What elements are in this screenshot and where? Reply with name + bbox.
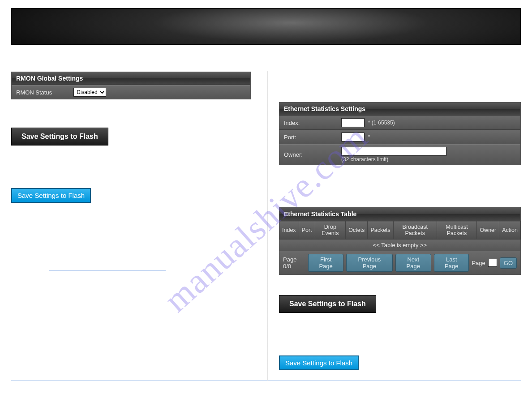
owner-hint: (32 characters limit) xyxy=(341,156,388,163)
rmon-global-title: RMON Global Settings xyxy=(12,72,250,85)
port-hint: * xyxy=(368,134,370,140)
col-port: Port xyxy=(299,221,315,240)
owner-input[interactable] xyxy=(341,147,446,156)
index-input[interactable] xyxy=(341,118,365,127)
page-input[interactable] xyxy=(488,259,497,267)
last-page-button[interactable]: Last Page xyxy=(434,254,469,272)
first-page-button[interactable]: First Page xyxy=(308,254,343,272)
header-banner xyxy=(11,8,521,45)
table-empty-message: << Table is empty >> xyxy=(279,240,521,251)
col-octets: Octets xyxy=(346,221,368,240)
eth-stats-settings-title: Ethernet Statistics Settings xyxy=(279,103,520,116)
prev-page-button[interactable]: Previous Page xyxy=(346,254,392,272)
left-column: RMON Global Settings RMON Status Disable… xyxy=(11,45,266,370)
col-action: Action xyxy=(499,221,521,240)
page-indicator: Page 0/0 xyxy=(283,256,305,270)
rmon-status-select[interactable]: Disabled xyxy=(73,88,106,97)
owner-label: Owner: xyxy=(279,148,338,161)
page-label: Page xyxy=(472,260,485,266)
port-label: Port: xyxy=(279,131,338,144)
eth-stats-table-title: Ethernet Statistics Table xyxy=(279,207,521,221)
save-flash-dark-button-left[interactable]: Save Settings to Flash xyxy=(11,128,108,146)
pager: Page 0/0 First Page Previous Page Next P… xyxy=(279,251,521,275)
col-drop: Drop Events xyxy=(315,221,346,240)
section-rule xyxy=(49,270,166,270)
index-hint: * (1-65535) xyxy=(368,120,395,126)
col-index: Index xyxy=(279,221,299,240)
save-flash-blue-button-right[interactable]: Save Settings to Flash xyxy=(279,355,359,370)
col-mcast: Multicast Packets xyxy=(437,221,477,240)
rmon-status-label: RMON Status xyxy=(12,86,70,99)
col-owner: Owner xyxy=(477,221,499,240)
port-input[interactable] xyxy=(341,133,365,141)
footer-rule xyxy=(11,380,521,381)
eth-stats-settings-panel: Ethernet Statistics Settings Index: * (1… xyxy=(279,102,521,165)
save-flash-blue-button-left[interactable]: Save Settings to Flash xyxy=(11,188,91,203)
go-button[interactable]: GO xyxy=(500,257,517,269)
rmon-global-panel: RMON Global Settings RMON Status Disable… xyxy=(11,72,251,99)
save-flash-dark-button-right[interactable]: Save Settings to Flash xyxy=(279,295,376,313)
col-packets: Packets xyxy=(368,221,393,240)
eth-stats-table: Index Port Drop Events Octets Packets Br… xyxy=(279,221,521,240)
table-header-row: Index Port Drop Events Octets Packets Br… xyxy=(279,221,521,240)
col-bcast: Broadcast Packets xyxy=(393,221,437,240)
eth-stats-table-wrapper: Ethernet Statistics Table Index Port Dro… xyxy=(279,207,521,275)
index-label: Index: xyxy=(279,116,338,129)
column-divider xyxy=(267,71,268,381)
next-page-button[interactable]: Next Page xyxy=(395,254,431,272)
right-column: Ethernet Statistics Settings Index: * (1… xyxy=(266,45,521,370)
